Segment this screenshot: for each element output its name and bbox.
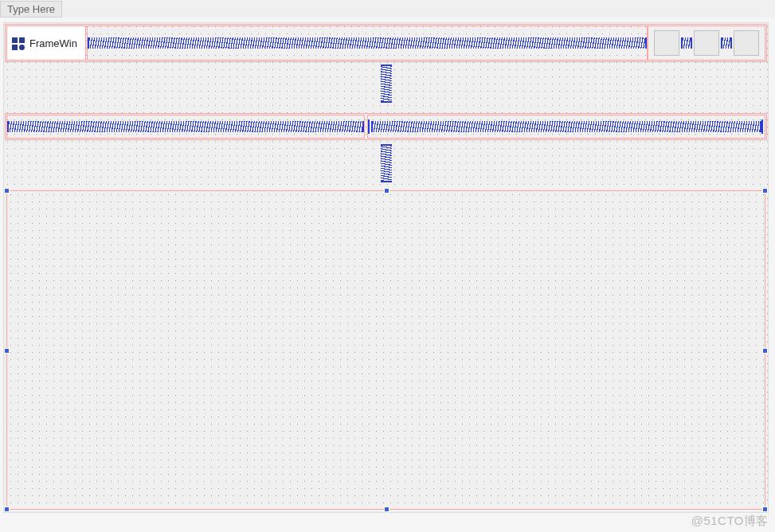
form-designer-canvas[interactable]: FrameWin (3, 22, 769, 513)
vertical-spring-icon (381, 65, 392, 103)
vertical-spring-1 (4, 65, 768, 109)
horizontal-spring-icon (371, 121, 761, 132)
title-icon-cell[interactable]: FrameWin (6, 25, 86, 61)
min-button[interactable] (654, 30, 679, 56)
window-title-label: FrameWin (29, 37, 77, 49)
resize-handle-sw[interactable] (4, 507, 10, 512)
titlebar-row: FrameWin (4, 23, 768, 63)
resize-handle-n[interactable] (384, 188, 389, 194)
spacer-right-cell[interactable] (367, 115, 765, 139)
title-spacer-cell[interactable] (87, 25, 648, 61)
horizontal-spring-icon (681, 37, 692, 49)
app-grid-icon (10, 35, 26, 51)
menu-bar: Type Here (0, 0, 775, 18)
resize-handle-s[interactable] (384, 507, 389, 512)
close-button[interactable] (734, 30, 759, 56)
resize-handle-se[interactable] (762, 507, 768, 512)
spacer-left-cell[interactable] (6, 115, 365, 139)
horizontal-spring-icon (88, 37, 647, 49)
resize-handle-nw[interactable] (4, 188, 10, 194)
vertical-spring-2 (4, 144, 768, 189)
central-widget-panel[interactable] (6, 190, 765, 510)
resize-handle-e[interactable] (762, 348, 768, 354)
resize-handle-ne[interactable] (762, 188, 768, 194)
resize-handle-w[interactable] (4, 348, 10, 354)
vertical-spring-icon (381, 144, 392, 182)
horizontal-spring-icon (721, 37, 732, 49)
window-buttons-cell[interactable] (648, 25, 765, 61)
menu-type-here[interactable]: Type Here (0, 1, 62, 18)
watermark-text: @51CTO博客 (691, 514, 769, 529)
spacer-row (4, 112, 768, 141)
horizontal-spring-icon (7, 121, 364, 132)
max-button[interactable] (694, 30, 719, 56)
